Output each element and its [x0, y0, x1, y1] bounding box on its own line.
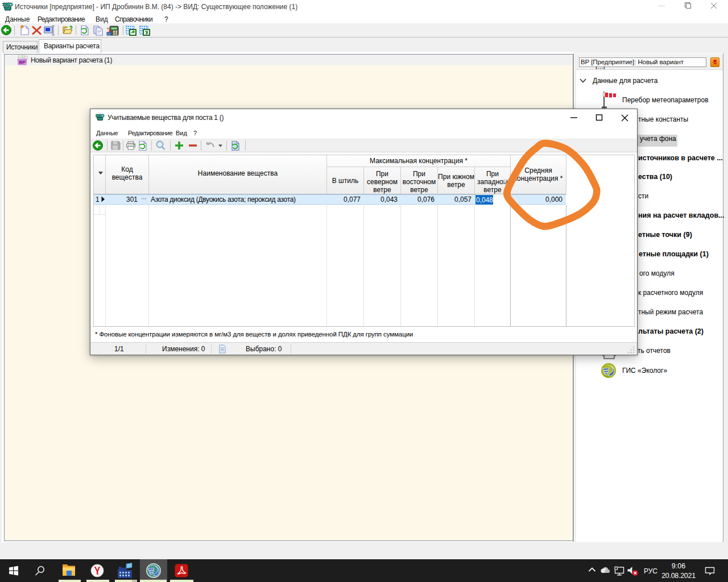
- svg-text:ВР: ВР: [19, 60, 26, 65]
